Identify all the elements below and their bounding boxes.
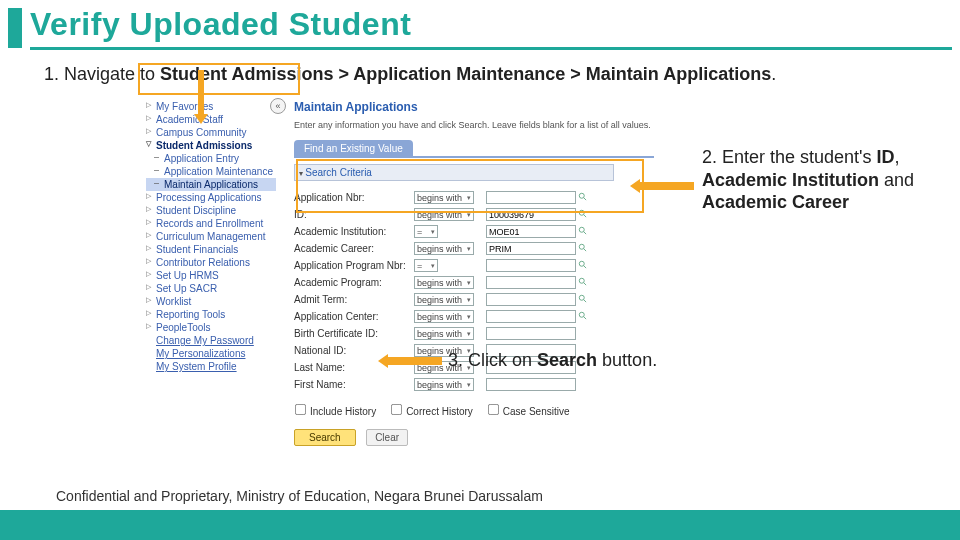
page-title: Verify Uploaded Student xyxy=(30,6,411,43)
lookup-icon[interactable] xyxy=(578,277,588,287)
nav-campus-community[interactable]: Campus Community xyxy=(146,126,276,139)
chevron-down-icon: ▾ xyxy=(467,245,471,253)
operator-select[interactable]: =▾ xyxy=(414,259,486,272)
correct-history-check[interactable]: Correct History xyxy=(390,403,473,417)
lookup-icon[interactable] xyxy=(578,311,588,321)
chevron-down-icon: ▾ xyxy=(467,194,471,202)
nav-my-favorites[interactable]: My Favorites xyxy=(146,100,276,113)
lookup-icon[interactable] xyxy=(578,226,588,236)
clear-button[interactable]: Clear xyxy=(366,429,408,446)
svg-line-9 xyxy=(584,265,587,268)
svg-point-4 xyxy=(579,227,584,232)
svg-point-14 xyxy=(579,312,584,317)
search-panel: Maintain Applications Enter any informat… xyxy=(294,100,654,446)
svg-line-1 xyxy=(584,197,587,200)
field-input[interactable] xyxy=(486,225,576,238)
nav-change-password[interactable]: Change My Password xyxy=(146,334,276,347)
lookup-icon[interactable] xyxy=(578,192,588,202)
chevron-down-icon: ▾ xyxy=(431,262,435,270)
search-row: Application Program Nbr:=▾ xyxy=(294,257,634,274)
search-row: Application Center:begins with▾ xyxy=(294,308,634,325)
field-input[interactable] xyxy=(486,191,576,204)
operator-select[interactable]: begins with▾ xyxy=(414,378,486,391)
step2-and: and xyxy=(879,170,914,190)
title-underline xyxy=(30,47,952,50)
nav-application-maintenance[interactable]: Application Maintenance xyxy=(146,165,276,178)
field-label: Academic Career: xyxy=(294,243,414,254)
nav-maintain-applications[interactable]: Maintain Applications xyxy=(146,178,276,191)
search-row: Academic Career:begins with▾ xyxy=(294,240,634,257)
field-input[interactable] xyxy=(486,208,576,221)
field-input[interactable] xyxy=(486,378,576,391)
nav-my-personalizations[interactable]: My Personalizations xyxy=(146,347,276,360)
nav-setup-hrms[interactable]: Set Up HRMS xyxy=(146,269,276,282)
panel-title: Maintain Applications xyxy=(294,100,654,114)
nav-my-system-profile[interactable]: My System Profile xyxy=(146,360,276,373)
correct-history-label: Correct History xyxy=(406,406,473,417)
field-input[interactable] xyxy=(486,276,576,289)
lookup-icon[interactable] xyxy=(578,209,588,219)
left-nav: « My Favorites Academic Staff Campus Com… xyxy=(146,100,276,373)
field-input[interactable] xyxy=(486,327,576,340)
nav-peopletools[interactable]: PeopleTools xyxy=(146,321,276,334)
operator-select[interactable]: begins with▾ xyxy=(414,327,486,340)
search-button[interactable]: Search xyxy=(294,429,356,446)
lookup-icon[interactable] xyxy=(578,294,588,304)
search-row: Application Nbr:begins with▾ xyxy=(294,189,634,206)
field-input[interactable] xyxy=(486,259,576,272)
nav-records-enrollment[interactable]: Records and Enrollment xyxy=(146,217,276,230)
search-row: ID:begins with▾ xyxy=(294,206,634,223)
field-label: Birth Certificate ID: xyxy=(294,328,414,339)
lookup-icon[interactable] xyxy=(578,260,588,270)
search-criteria-header[interactable]: Search Criteria xyxy=(294,164,614,181)
chevron-down-icon: ▾ xyxy=(467,211,471,219)
step3-pre: 3. Click on xyxy=(448,350,537,370)
footer-text: Confidential and Proprietary, Ministry o… xyxy=(56,488,543,504)
svg-line-7 xyxy=(584,248,587,251)
operator-select[interactable]: begins with▾ xyxy=(414,208,486,221)
lookup-icon[interactable] xyxy=(578,243,588,253)
operator-select[interactable]: begins with▾ xyxy=(414,310,486,323)
step2-comma: , xyxy=(895,147,900,167)
nav-student-financials[interactable]: Student Financials xyxy=(146,243,276,256)
nav-reporting-tools[interactable]: Reporting Tools xyxy=(146,308,276,321)
include-history-check[interactable]: Include History xyxy=(294,403,376,417)
field-label: Application Program Nbr: xyxy=(294,260,414,271)
case-sensitive-check[interactable]: Case Sensitive xyxy=(487,403,570,417)
nav-processing-applications[interactable]: Processing Applications xyxy=(146,191,276,204)
step1-prefix: 1. Navigate to xyxy=(44,64,160,84)
search-row: Birth Certificate ID:begins with▾ xyxy=(294,325,634,342)
operator-select[interactable]: =▾ xyxy=(414,225,486,238)
field-input[interactable] xyxy=(486,242,576,255)
field-label: National ID: xyxy=(294,345,414,356)
nav-application-entry[interactable]: Application Entry xyxy=(146,152,276,165)
field-input[interactable] xyxy=(486,293,576,306)
field-input[interactable] xyxy=(486,310,576,323)
nav-worklist[interactable]: Worklist xyxy=(146,295,276,308)
field-label: Academic Program: xyxy=(294,277,414,288)
operator-select[interactable]: begins with▾ xyxy=(414,191,486,204)
operator-select[interactable]: begins with▾ xyxy=(414,293,486,306)
nav-curriculum-management[interactable]: Curriculum Management xyxy=(146,230,276,243)
step3-text: 3. Click on Search button. xyxy=(448,350,657,371)
svg-line-15 xyxy=(584,316,587,319)
search-row: First Name:begins with▾ xyxy=(294,376,634,393)
nav-contributor-relations[interactable]: Contributor Relations xyxy=(146,256,276,269)
nav-student-admissions[interactable]: Student Admissions xyxy=(146,139,276,152)
svg-point-10 xyxy=(579,278,584,283)
step2-pre: 2. Enter the student's xyxy=(702,147,877,167)
search-row: Academic Program:begins with▾ xyxy=(294,274,634,291)
nav-setup-sacr[interactable]: Set Up SACR xyxy=(146,282,276,295)
panel-subtitle: Enter any information you have and click… xyxy=(294,120,654,130)
chevron-down-icon: ▾ xyxy=(467,313,471,321)
search-row: Academic Institution:=▾ xyxy=(294,223,634,240)
tab-find-existing[interactable]: Find an Existing Value xyxy=(294,140,413,157)
svg-line-11 xyxy=(584,282,587,285)
operator-select[interactable]: begins with▾ xyxy=(414,276,486,289)
operator-select[interactable]: begins with▾ xyxy=(414,242,486,255)
nav-academic-staff[interactable]: Academic Staff xyxy=(146,113,276,126)
nav-student-discipline[interactable]: Student Discipline xyxy=(146,204,276,217)
svg-point-2 xyxy=(579,210,584,215)
svg-point-8 xyxy=(579,261,584,266)
field-label: ID: xyxy=(294,209,414,220)
